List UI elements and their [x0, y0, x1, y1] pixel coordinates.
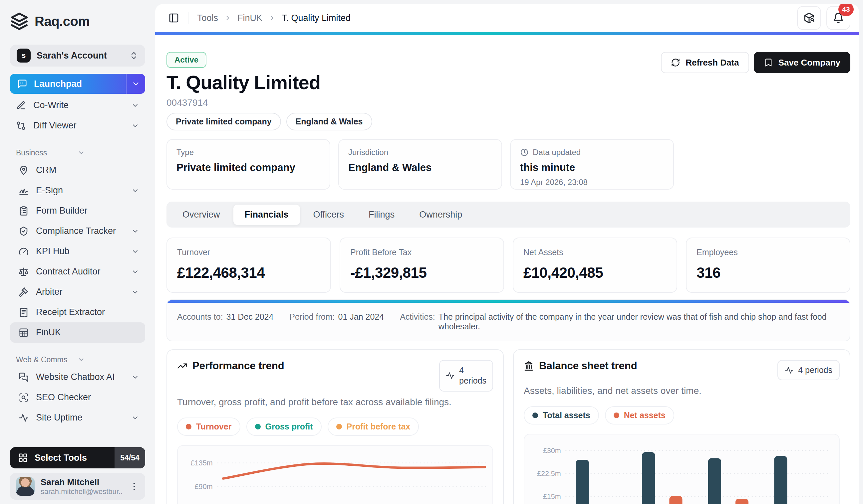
receipt-icon — [18, 307, 29, 318]
balance-plot-area: £30m£22.5m£15m£7.5m — [524, 434, 840, 504]
sidebar-item-finuk[interactable]: FinUK — [10, 322, 145, 343]
notifications-button[interactable]: 43 — [826, 6, 850, 30]
sidebar-section-label: Web & Comms — [16, 355, 78, 364]
clock-icon — [520, 148, 529, 157]
sidebar-item-form-builder[interactable]: Form Builder — [10, 201, 145, 221]
sidebar-item-label: Co-Write — [33, 100, 124, 111]
tab-financials[interactable]: Financials — [234, 205, 300, 225]
tab-officers[interactable]: Officers — [302, 205, 355, 225]
accounts-item-label: Period from: — [289, 312, 335, 331]
package-search-button[interactable] — [797, 6, 821, 30]
stat-card-net-assets: Net Assets£10,420,485 — [513, 237, 677, 293]
performance-plot-area: £135m£90m£45m — [177, 445, 493, 504]
sidebar-item-label: E-Sign — [36, 185, 124, 196]
sidebar-item-arbiter[interactable]: Arbiter — [10, 282, 145, 302]
user-menu[interactable]: Sarah Mitchell sarah.mitchell@westbur... — [10, 473, 145, 500]
chevron-down-icon — [131, 288, 139, 296]
legend-total-assets[interactable]: Total assets — [524, 406, 599, 425]
sidebar-item-e-sign[interactable]: E-Sign — [10, 180, 145, 201]
accounts-gradient-border — [167, 300, 850, 303]
chevron-down-icon — [132, 79, 140, 88]
performance-trend-card: Performance trend 4periods Turnover, gro… — [166, 349, 504, 504]
sidebar-section-web-comms[interactable]: Web & Comms — [10, 352, 145, 367]
notification-count-badge: 43 — [838, 4, 854, 16]
sidebar-item-website-chatbox-ai[interactable]: Website Chatbox AI — [10, 367, 145, 387]
sidebar-item-launchpad[interactable]: Launchpad — [10, 74, 145, 94]
stat-card-turnover: Turnover£122,468,314 — [166, 237, 331, 293]
sidebar: Raq.com s Sarah's Account Launchpad Co-W… — [0, 0, 155, 504]
launchpad-expand-button[interactable] — [126, 74, 145, 94]
legend-label: Turnover — [196, 422, 232, 431]
sidebar-item-site-uptime[interactable]: Site Uptime — [10, 408, 145, 428]
sidebar-toggle-button[interactable] — [166, 11, 181, 25]
balance-sheet-trend-card: Balance sheet trend 4 periods Assets, li… — [513, 349, 850, 504]
sidebar-item-compliance-tracker[interactable]: Compliance Tracker — [10, 221, 145, 241]
tab-overview[interactable]: Overview — [171, 205, 232, 225]
sidebar-item-diff-viewer[interactable]: Diff Viewer — [10, 115, 145, 136]
accounts-item-accounts-to: Accounts to:31 Dec 2024 — [177, 312, 273, 331]
select-tools-button[interactable]: Select Tools 54/54 — [10, 447, 145, 468]
chart-subtitle: Turnover, gross profit, and profit befor… — [177, 396, 453, 409]
sidebar-item-label: Receipt Extractor — [36, 307, 139, 318]
sidebar-item-label: Compliance Tracker — [36, 226, 124, 236]
user-more-button[interactable] — [129, 481, 139, 491]
signature-icon — [18, 186, 29, 196]
activity-icon — [785, 366, 793, 375]
legend-gross-profit[interactable]: Gross profit — [246, 417, 322, 436]
info-card-value: Private limited company — [176, 162, 320, 174]
stat-card-profit-before-tax: Profit Before Tax-£1,329,815 — [340, 237, 504, 293]
stat-label: Profit Before Tax — [350, 247, 493, 257]
company-tags: Private limited companyEngland & Wales — [166, 113, 661, 130]
sidebar-item-contract-auditor[interactable]: Contract Auditor — [10, 261, 145, 282]
brand-name: Raq.com — [35, 14, 90, 29]
info-card-value: England & Wales — [348, 162, 492, 174]
message-square-icon — [17, 79, 27, 89]
table-icon — [18, 328, 29, 338]
sidebar-item-receipt-extractor[interactable]: Receipt Extractor — [10, 302, 145, 322]
breadcrumb-tools[interactable]: Tools — [197, 13, 218, 23]
chevron-down-icon — [131, 414, 139, 422]
chevron-down-icon — [78, 356, 85, 363]
sidebar-item-kpi-hub[interactable]: KPI Hub — [10, 241, 145, 261]
account-switcher[interactable]: s Sarah's Account — [10, 44, 145, 66]
accounts-item-period-from: Period from:01 Jan 2024 — [289, 312, 384, 331]
tab-ownership[interactable]: Ownership — [408, 205, 473, 225]
chart-subtitle: Assets, liabilities, and net assets over… — [524, 384, 800, 398]
sidebar-item-seo-checker[interactable]: SEO Checker — [10, 387, 145, 408]
sidebar-item-co-write[interactable]: Co-Write — [10, 95, 145, 115]
info-card-subvalue: 19 Apr 2026, 23:08 — [520, 178, 664, 187]
layers-logo-icon — [10, 12, 29, 30]
svg-text:£30m: £30m — [543, 447, 561, 455]
stat-cards: Turnover£122,468,314Profit Before Tax-£1… — [166, 237, 850, 293]
breadcrumb-finuk[interactable]: FinUK — [237, 13, 262, 23]
shield-check-icon — [18, 226, 29, 236]
legend-net-assets[interactable]: Net assets — [605, 406, 674, 425]
tab-bar: OverviewFinancialsOfficersFilingsOwnersh… — [166, 202, 850, 228]
sidebar-section-business[interactable]: Business — [10, 145, 145, 160]
accounts-item-label: Accounts to: — [177, 312, 223, 331]
layers-icon — [10, 12, 29, 30]
breadcrumb: ToolsFinUKT. Quality Limited — [197, 13, 351, 23]
accounts-summary-bar: Accounts to:31 Dec 2024Period from:01 Ja… — [166, 299, 850, 341]
tab-filings[interactable]: Filings — [357, 205, 406, 225]
svg-text:£15m: £15m — [543, 493, 561, 501]
legend-dot — [336, 424, 342, 429]
info-card-label: Jurisdiction — [348, 148, 388, 157]
sidebar-item-label: Diff Viewer — [33, 120, 124, 131]
trending-up-icon — [177, 361, 187, 371]
contact-icon — [18, 165, 29, 175]
chevron-down-icon — [131, 227, 139, 235]
sidebar-item-crm[interactable]: CRM — [10, 160, 145, 180]
periods-badge: 4 periods — [777, 360, 840, 380]
save-company-label: Save Company — [778, 57, 840, 68]
refresh-data-button[interactable]: Refresh Data — [661, 52, 749, 73]
legend-profit-before-tax[interactable]: Profit before tax — [328, 417, 419, 436]
balance-bar-chart: £30m£22.5m£15m£7.5m — [527, 440, 836, 504]
svg-text:£90m: £90m — [195, 482, 212, 490]
sidebar-item-label: SEO Checker — [36, 392, 139, 402]
legend-turnover[interactable]: Turnover — [177, 417, 240, 436]
sidebar-item-label: CRM — [36, 165, 139, 175]
save-company-button[interactable]: Save Company — [754, 52, 850, 73]
chevron-down-icon — [131, 186, 139, 195]
account-label: Sarah's Account — [37, 51, 123, 61]
